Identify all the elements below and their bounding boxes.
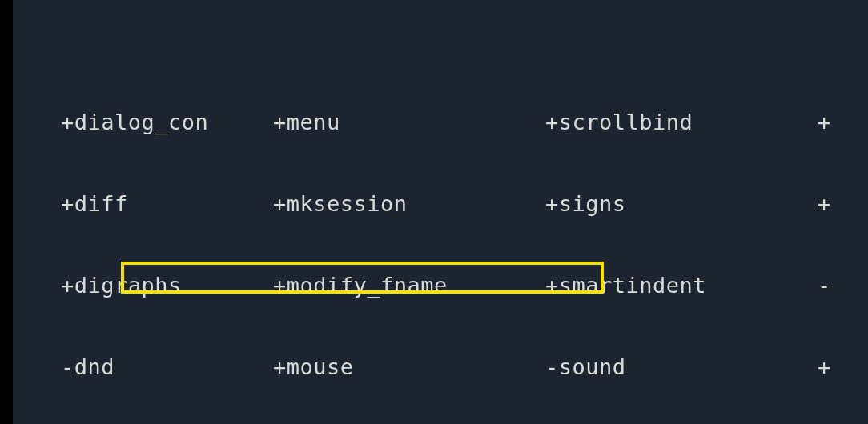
feature-col3: +smartindent xyxy=(545,272,818,299)
feature-row: -dnd +mouse -sound + xyxy=(13,354,868,381)
terminal-output: +dialog_con +menu +scrollbind + +diff +m… xyxy=(13,0,868,424)
feature-col2: +mouse xyxy=(273,354,545,381)
feature-col3: +scrollbind xyxy=(545,109,818,136)
feature-col2: +mksession xyxy=(273,190,545,218)
feature-col4: + xyxy=(818,109,850,136)
feature-col2: +modify_fname xyxy=(273,272,545,299)
feature-col4: + xyxy=(818,354,850,381)
feature-col4: + xyxy=(818,190,850,218)
feature-col1: -dnd xyxy=(13,354,273,381)
feature-row: +dialog_con +menu +scrollbind + xyxy=(13,109,868,136)
feature-col1: +digraphs xyxy=(13,272,273,299)
feature-col3: +signs xyxy=(545,190,818,218)
feature-col1: +dialog_con xyxy=(13,109,273,136)
feature-col1: +diff xyxy=(13,190,273,218)
feature-col3: -sound xyxy=(545,354,818,381)
feature-col2: +menu xyxy=(273,109,545,136)
feature-row: +digraphs +modify_fname +smartindent - xyxy=(13,272,868,299)
feature-row: +diff +mksession +signs + xyxy=(13,190,868,218)
feature-col4: - xyxy=(818,272,850,299)
feature-list: +dialog_con +menu +scrollbind + +diff +m… xyxy=(13,54,868,424)
